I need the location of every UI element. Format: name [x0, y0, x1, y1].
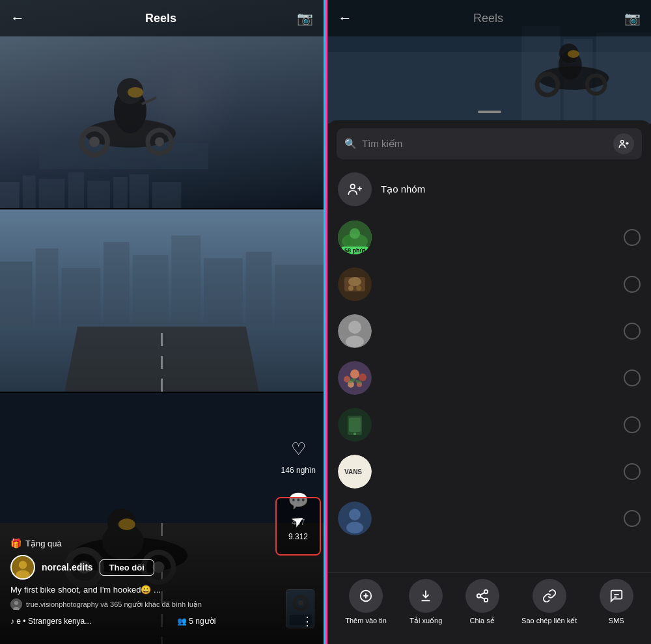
contact-avatar-2: [338, 267, 372, 301]
contact-avatar-6: VANS: [338, 455, 372, 489]
svg-line-106: [480, 593, 484, 595]
add-to-story-action[interactable]: Thêm vào tin: [345, 579, 387, 625]
create-group-row[interactable]: Tạo nhóm: [327, 165, 651, 214]
svg-rect-11: [23, 176, 36, 208]
select-circle-6[interactable]: [624, 463, 641, 480]
user-avatar: [10, 555, 35, 580]
svg-point-81: [350, 369, 359, 379]
svg-point-75: [348, 286, 353, 291]
download-label: Tải xuống: [409, 617, 442, 625]
follow-button[interactable]: Theo dõi: [100, 559, 154, 576]
contact-avatar-4: [338, 361, 372, 395]
search-icon: 🔍: [344, 138, 357, 150]
copy-link-icon: [533, 579, 566, 613]
search-input[interactable]: Tìm kiếm: [362, 138, 608, 150]
video-mid: [0, 209, 324, 392]
caption: My first bike shoot, and I'm hooked😀 ...: [10, 585, 313, 595]
comment-info: true.visionphotography và 365 người khác…: [26, 600, 202, 609]
select-circle-4[interactable]: [624, 369, 641, 386]
add-to-story-icon: [349, 579, 383, 613]
svg-point-76: [356, 286, 361, 291]
svg-point-103: [477, 594, 480, 598]
username: norcal.edits: [42, 562, 93, 572]
svg-text:VANS: VANS: [344, 468, 362, 476]
search-bar[interactable]: 🔍 Tìm kiếm: [337, 128, 642, 159]
svg-point-45: [14, 601, 18, 605]
back-button[interactable]: ←: [10, 10, 25, 27]
select-circle-7[interactable]: [624, 510, 641, 527]
svg-point-3: [89, 137, 100, 147]
svg-point-40: [118, 518, 135, 530]
sms-action[interactable]: SMS: [600, 579, 633, 625]
add-group-icon[interactable]: [613, 133, 634, 154]
svg-rect-12: [39, 179, 65, 208]
add-to-story-label: Thêm vào tin: [345, 617, 387, 625]
contact-avatar-1: 58 phút: [338, 221, 372, 254]
music-label: ♪ e • Strangers kenya...: [10, 617, 91, 626]
create-group-label: Tạo nhóm: [381, 183, 425, 195]
svg-rect-25: [133, 255, 169, 327]
svg-rect-14: [87, 181, 110, 208]
svg-rect-27: [204, 258, 243, 327]
select-circle-1[interactable]: [624, 229, 641, 246]
svg-rect-24: [104, 242, 130, 327]
contact-avatar-7: [338, 502, 372, 535]
svg-rect-23: [61, 268, 100, 327]
svg-point-104: [484, 598, 488, 602]
select-circle-5[interactable]: [624, 416, 641, 433]
copy-link-label: Sao chép liên kết: [521, 617, 577, 625]
contact-avatar-5: [338, 408, 372, 442]
svg-rect-10: [0, 182, 20, 208]
share-icon[interactable]: ➤: [288, 509, 308, 531]
contact-item-3[interactable]: [327, 308, 651, 355]
commenter-avatar: [10, 598, 22, 610]
svg-point-5: [155, 137, 164, 146]
gift-label: Tặng quà: [25, 539, 62, 548]
sms-label: SMS: [609, 617, 624, 625]
download-icon: [409, 579, 443, 613]
svg-rect-22: [36, 248, 59, 327]
svg-point-102: [484, 590, 488, 594]
svg-rect-26: [171, 235, 201, 327]
more-options-icon[interactable]: ⋮: [301, 614, 313, 628]
like-count: 146 nghìn: [281, 466, 316, 475]
svg-point-96: [346, 522, 363, 533]
create-group-avatar: [338, 172, 372, 206]
sms-icon: [600, 579, 633, 613]
share-panel[interactable]: 🔍 Tìm kiếm Tạo nhóm: [327, 120, 651, 572]
share-highlight-box: ➤ 9.312: [275, 497, 321, 556]
contact-item-4[interactable]: [327, 355, 651, 401]
time-badge-1: 58 phút: [341, 247, 368, 254]
select-circle-2[interactable]: [624, 276, 641, 293]
contact-item-1[interactable]: 58 phút: [327, 214, 651, 261]
contact-item-2[interactable]: [327, 261, 651, 308]
right-back-button[interactable]: ←: [338, 10, 352, 27]
svg-line-105: [480, 597, 484, 599]
drag-handle: [478, 111, 501, 113]
bottom-actions: Thêm vào tin Tải xuống: [327, 572, 651, 644]
svg-point-62: [621, 141, 624, 144]
right-header: ← Reels 📷: [327, 0, 651, 36]
page-title: Reels: [145, 12, 176, 25]
left-header: ← Reels 📷: [0, 0, 324, 36]
contact-item-5[interactable]: [327, 401, 651, 448]
heart-icon: ♡: [284, 435, 312, 463]
copy-link-action[interactable]: Sao chép liên kết: [521, 579, 577, 625]
right-camera-icon[interactable]: 📷: [624, 10, 641, 26]
svg-rect-17: [152, 182, 182, 208]
like-action[interactable]: ♡ 146 nghìn: [281, 435, 316, 475]
contact-item-6[interactable]: VANS: [327, 448, 651, 495]
svg-rect-16: [130, 174, 149, 208]
select-circle-3[interactable]: [624, 323, 641, 340]
svg-rect-21: [0, 262, 33, 327]
svg-rect-28: [246, 252, 272, 327]
download-action[interactable]: Tải xuống: [409, 579, 443, 625]
svg-point-43: [16, 570, 29, 579]
svg-point-70: [350, 228, 360, 239]
share-action[interactable]: Chia sẻ: [465, 579, 499, 625]
svg-point-95: [349, 509, 361, 520]
camera-icon[interactable]: 📷: [297, 10, 313, 26]
people-label: 👥 5 người: [177, 617, 215, 626]
share-label: Chia sẻ: [470, 617, 495, 625]
contact-item-7[interactable]: [327, 495, 651, 542]
